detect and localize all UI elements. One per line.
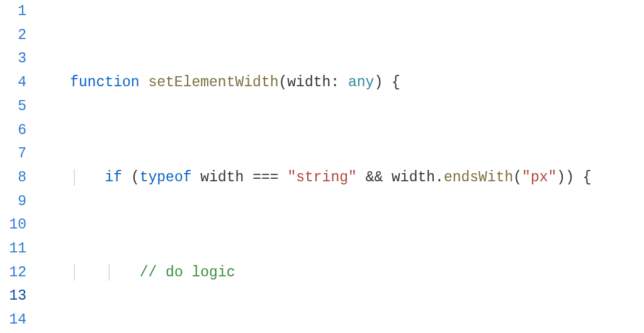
line-number: 11 [0,237,26,261]
indent-guide-icon: │ [105,264,113,281]
line-number: 7 [0,142,26,166]
code-area[interactable]: function setElementWidth(width: any) { │… [35,0,644,333]
line-number: 1 [0,0,26,24]
param: width [287,74,330,91]
line-number: 5 [0,95,26,119]
line-number: 10 [0,213,26,237]
line-number: 14 [0,308,26,332]
type-any: any [348,74,374,91]
string-literal: "string" [287,169,356,186]
code-line[interactable]: │ if (typeof width === "string" && width… [35,166,644,190]
code-line[interactable]: function setElementWidth(width: any) { [35,71,644,95]
line-number-gutter: 1 2 3 4 5 6 7 8 9 10 11 12 13 14 [0,0,35,333]
line-number: 3 [0,47,26,71]
line-number: 12 [0,261,26,285]
line-number: 6 [0,119,26,143]
string-literal: "px" [522,169,556,186]
keyword-typeof: typeof [140,169,192,186]
line-number: 2 [0,24,26,48]
keyword-function: function [70,74,139,91]
keyword-if: if [105,169,122,186]
line-number: 4 [0,71,26,95]
indent-guide-icon: │ [70,169,79,186]
code-line[interactable]: │ │ // do logic [35,261,644,285]
line-number: 13 [0,285,26,308]
indent-guide-icon: │ [70,264,79,281]
method-endswith: endsWith [444,169,513,186]
code-editor[interactable]: 1 2 3 4 5 6 7 8 9 10 11 12 13 14 functio… [0,0,644,333]
line-number: 9 [0,190,26,214]
line-number: 8 [0,166,26,190]
comment: // do logic [140,264,235,281]
function-name: setElementWidth [148,74,278,91]
